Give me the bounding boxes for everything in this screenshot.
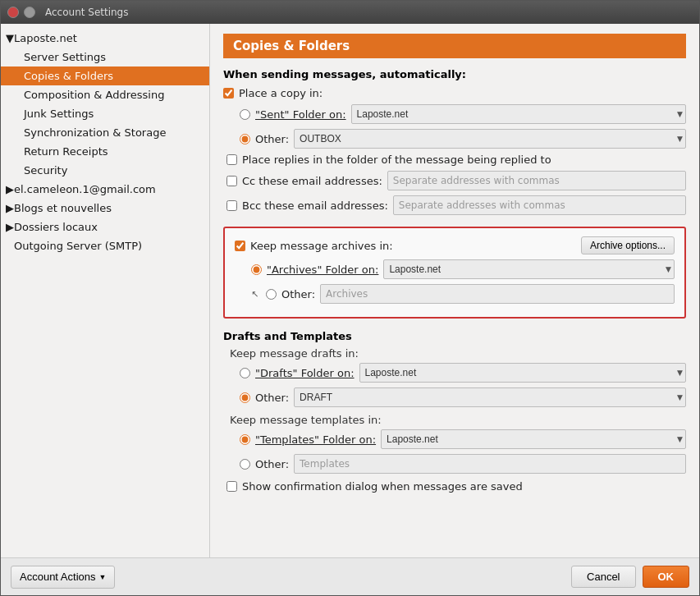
drafts-templates-section: Drafts and Templates Keep message drafts… [223,330,686,493]
sent-folder-label: "Sent" Folder on: [255,108,346,121]
archives-folder-select[interactable]: Laposte.net [383,259,675,279]
sent-folder-row: "Sent" Folder on: Laposte.net [223,104,686,124]
templates-other-row: Other: Templates [223,454,686,474]
templates-folder-select[interactable]: Laposte.net [381,429,686,449]
drafts-folder-radio[interactable] [240,368,250,378]
cc-input[interactable]: Separate addresses with commas [387,171,686,190]
sidebar-item-elcameleon[interactable]: ▶el.cameleon.1@gmail.com [1,180,209,199]
drafts-other-select[interactable]: DRAFT [294,387,686,407]
place-replies-checkbox[interactable] [226,154,237,165]
cancel-button[interactable]: Cancel [571,566,635,588]
place-replies-label: Place replies in the folder of the messa… [242,154,551,166]
place-copy-row: Place a copy in: [223,87,686,99]
other-copy-radio[interactable] [240,134,250,144]
templates-folder-row: "Templates" Folder on: Laposte.net [223,429,686,449]
templates-folder-label: "Templates" Folder on: [255,433,376,446]
sidebar: ▼Laposte.net Server Settings Copies & Fo… [1,24,210,557]
sidebar-item-junk[interactable]: Junk Settings [1,104,209,123]
place-replies-row: Place replies in the folder of the messa… [223,154,686,166]
drafts-other-label: Other: [255,392,289,404]
bcc-label: Bcc these email addresses: [242,199,388,212]
sent-folder-radio[interactable] [240,109,250,120]
sending-group: When sending messages, automatically: Pl… [223,68,686,215]
main-window: Account Settings ▼Laposte.net Server Set… [0,0,700,596]
templates-folder-radio[interactable] [240,434,250,445]
close-button[interactable] [7,7,19,18]
section-title: Copies & Folders [223,34,686,58]
drafts-other-radio[interactable] [240,392,250,403]
archives-other-label: Other: [281,288,315,300]
sidebar-item-composition[interactable]: Composition & Addressing [1,85,209,104]
place-copy-checkbox[interactable] [223,88,234,99]
sent-folder-select-wrapper: Laposte.net [351,104,686,124]
archives-other-radio[interactable] [266,289,277,300]
account-actions-button[interactable]: Account Actions ▼ [11,566,115,589]
other-copy-select[interactable]: OUTBOX [294,129,686,149]
sidebar-item-sync[interactable]: Synchronization & Storage [1,123,209,142]
drafts-folder-select[interactable]: Laposte.net [359,363,686,383]
archives-header-row: Keep message archives in: Archive option… [235,236,675,254]
sidebar-item-server-settings[interactable]: Server Settings [1,48,209,66]
templates-other-input: Templates [294,454,686,474]
other-copy-row: Other: OUTBOX [223,129,686,149]
sidebar-item-blogs[interactable]: ▶Blogs et nouvelles [1,199,209,218]
sent-folder-select[interactable]: Laposte.net [351,104,686,124]
sidebar-item-laposte[interactable]: ▼Laposte.net [1,29,209,48]
titlebar: Account Settings [1,1,699,24]
place-copy-label: Place a copy in: [239,87,323,99]
show-confirm-checkbox[interactable] [226,481,237,492]
sidebar-item-dossiers[interactable]: ▶Dossiers locaux [1,218,209,236]
drafts-other-select-wrapper: DRAFT [294,387,686,407]
templates-other-label: Other: [255,458,289,470]
archives-other-row: ↖ Other: Archives [235,284,675,304]
cc-row: Cc these email addresses: Separate addre… [223,171,686,190]
sidebar-item-receipts[interactable]: Return Receipts [1,142,209,161]
sidebar-item-smtp[interactable]: Outgoing Server (SMTP) [1,236,209,255]
other-copy-label: Other: [255,133,289,145]
dropdown-icon: ▼ [99,573,107,581]
drafts-folder-label: "Drafts" Folder on: [255,367,355,379]
bcc-checkbox[interactable] [226,200,237,211]
sidebar-item-copies-folders[interactable]: Copies & Folders [1,66,209,85]
drafts-section-title: Drafts and Templates [223,330,686,342]
archive-options-button[interactable]: Archive options... [581,236,675,254]
drafts-folder-row: "Drafts" Folder on: Laposte.net [223,363,686,383]
bottom-bar: Account Actions ▼ Cancel OK [1,557,699,595]
minimize-button[interactable] [24,7,35,18]
main-content: ▼Laposte.net Server Settings Copies & Fo… [1,24,699,557]
dialog-buttons: Cancel OK [571,566,689,588]
sidebar-item-security[interactable]: Security [1,161,209,180]
show-confirm-row: Show confirmation dialog when messages a… [223,480,686,493]
archives-box: Keep message archives in: Archive option… [223,227,686,319]
keep-templates-label: Keep message templates in: [223,414,686,426]
sending-group-label: When sending messages, automatically: [223,68,686,80]
keep-drafts-label: Keep message drafts in: [223,347,686,360]
window-title: Account Settings [45,7,128,18]
bcc-input[interactable]: Separate addresses with commas [393,195,686,215]
archives-folder-label: "Archives" Folder on: [267,264,378,276]
account-actions-label: Account Actions [20,571,96,583]
archives-folder-select-wrapper: Laposte.net [383,259,675,279]
bcc-row: Bcc these email addresses: Separate addr… [223,195,686,215]
ok-button[interactable]: OK [643,566,690,588]
templates-other-radio[interactable] [240,459,250,470]
other-copy-select-wrapper: OUTBOX [294,129,686,149]
drafts-folder-select-wrapper: Laposte.net [359,363,686,383]
keep-archives-label: Keep message archives in: [250,240,393,252]
show-confirm-label: Show confirmation dialog when messages a… [242,480,523,493]
archives-folder-row: "Archives" Folder on: Laposte.net [235,259,675,279]
cc-checkbox[interactable] [226,176,237,186]
drafts-other-row: Other: DRAFT [223,387,686,407]
content-area: Copies & Folders When sending messages, … [210,24,699,557]
cc-label: Cc these email addresses: [242,175,382,187]
cursor-indicator: ↖ [251,289,261,300]
templates-folder-select-wrapper: Laposte.net [381,429,686,449]
archives-other-input: Archives [320,284,675,304]
archives-folder-radio[interactable] [251,264,262,275]
keep-archives-checkbox[interactable] [235,241,245,251]
